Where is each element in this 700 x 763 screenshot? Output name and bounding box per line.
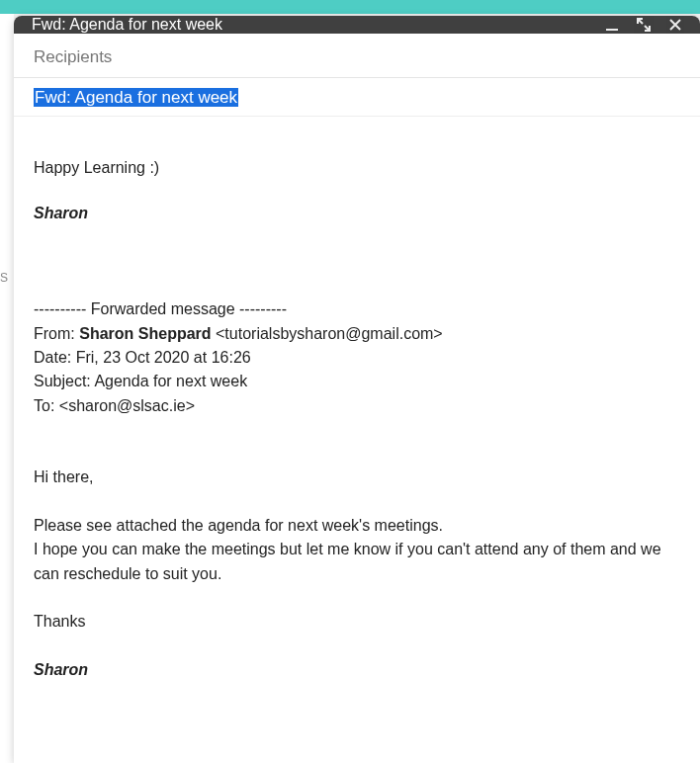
forwarded-divider: ---------- Forwarded message --------- [34,297,680,321]
body-hi: Hi there, [34,466,680,489]
forwarded-date: Date: Fri, 23 Oct 2020 at 16:26 [34,346,680,370]
subject-field[interactable]: Fwd: Agenda for next week [14,78,700,117]
svg-rect-0 [606,29,618,31]
body-signature-top: Sharon [34,202,680,225]
subject-text-selected: Fwd: Agenda for next week [34,88,238,107]
forwarded-from: From: Sharon Sheppard <tutorialsbysharon… [34,322,680,346]
compose-title: Fwd: Agenda for next week [32,16,605,34]
body-p2: I hope you can make the meetings but let… [34,538,680,586]
app-header-strip [0,0,700,14]
background-partial: S [0,14,14,763]
body-thanks: Thanks [34,610,680,634]
body-signature-bottom: Sharon [34,658,680,682]
forwarded-subject: Subject: Agenda for next week [34,370,680,393]
compose-titlebar: Fwd: Agenda for next week [14,16,700,34]
fullscreen-icon[interactable] [637,18,651,32]
body-p1: Please see attached the agenda for next … [34,514,680,538]
recipients-field[interactable]: Recipients [14,34,700,78]
message-body[interactable]: Happy Learning :) Sharon ---------- Forw… [14,117,700,763]
close-icon[interactable] [668,18,682,32]
recipients-placeholder: Recipients [34,47,112,66]
forwarded-to: To: <sharon@slsac.ie> [34,394,680,418]
minimize-icon[interactable] [605,18,619,32]
compose-window: Fwd: Agenda for next week Recipients Fwd… [14,16,700,763]
body-line-happy: Happy Learning :) [34,156,680,180]
